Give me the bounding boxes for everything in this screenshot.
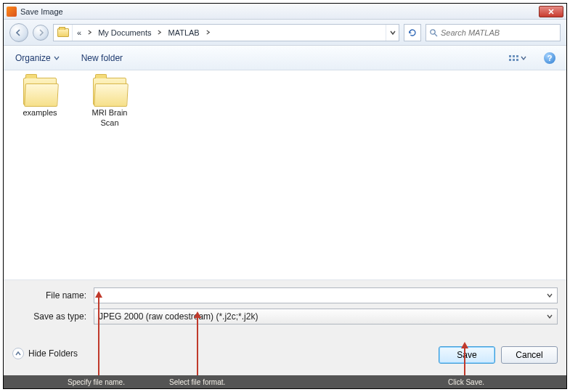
folder-item[interactable]: examples	[14, 78, 66, 128]
forward-button[interactable]	[33, 25, 49, 41]
filename-input[interactable]	[94, 287, 558, 303]
bottom-panel: File name: Save as type: JPEG 2000 (raw …	[4, 279, 566, 388]
breadcrumb-bar[interactable]: « My Documents MATLAB	[53, 24, 399, 41]
view-options-button[interactable]	[508, 50, 527, 66]
hide-folders-label: Hide Folders	[28, 348, 78, 359]
chevron-right-icon[interactable]	[155, 25, 163, 41]
back-button[interactable]	[9, 23, 28, 42]
search-icon	[429, 28, 438, 37]
window-title: Save Image	[20, 7, 539, 16]
annotation-label: Select file format.	[169, 378, 225, 386]
chevron-right-icon[interactable]	[86, 25, 94, 41]
organize-label: Organize	[15, 53, 51, 63]
chevron-down-icon	[54, 55, 60, 61]
save-button[interactable]: Save	[439, 346, 495, 364]
folder-icon	[54, 25, 73, 41]
file-label: MRI Brain Scan	[92, 108, 128, 128]
cancel-button[interactable]: Cancel	[501, 346, 558, 364]
file-list-area[interactable]: examples MRI Brain Scan	[4, 70, 566, 279]
annotation-arrow	[464, 348, 465, 375]
annotation-label: Specify file name.	[68, 378, 125, 386]
annotation-arrow	[98, 297, 99, 375]
breadcrumb-my-documents[interactable]: My Documents	[94, 25, 155, 41]
breadcrumb-dropdown-icon[interactable]	[386, 25, 399, 41]
chevron-up-icon	[12, 348, 24, 359]
matlab-icon	[7, 7, 17, 17]
annotation-bar: Specify file name. Select file format. C…	[4, 375, 566, 388]
hide-folders-button[interactable]: Hide Folders	[12, 348, 78, 359]
filename-label: File name:	[12, 290, 94, 301]
saveastype-label: Save as type:	[12, 311, 94, 322]
new-folder-button[interactable]: New folder	[77, 50, 127, 66]
folder-icon	[93, 78, 126, 105]
close-button[interactable]	[539, 6, 563, 17]
help-button[interactable]: ?	[540, 50, 559, 66]
saveastype-select[interactable]: JPEG 2000 (raw codestream) (*.j2c;*.j2k)	[94, 309, 558, 324]
saveastype-value: JPEG 2000 (raw codestream) (*.j2c;*.j2k)	[99, 311, 258, 322]
annotation-label: Click Save.	[448, 378, 484, 386]
organize-button[interactable]: Organize	[11, 50, 64, 66]
chevron-down-icon[interactable]	[544, 311, 555, 322]
annotation-arrow	[197, 317, 198, 375]
grid-icon	[509, 55, 518, 61]
folder-icon	[23, 78, 57, 105]
file-label: examples	[23, 108, 57, 118]
chevron-right-icon[interactable]	[204, 25, 212, 41]
new-folder-label: New folder	[81, 53, 123, 63]
chevron-down-icon	[521, 55, 526, 61]
search-input[interactable]	[441, 28, 557, 37]
folder-item[interactable]: MRI Brain Scan	[84, 78, 136, 128]
chevron-down-icon[interactable]	[544, 290, 555, 301]
help-icon: ?	[544, 52, 555, 64]
refresh-button[interactable]	[404, 24, 421, 41]
toolbar: Organize New folder ?	[4, 46, 566, 70]
search-box[interactable]	[426, 24, 561, 41]
svg-point-0	[431, 29, 435, 33]
breadcrumb-prefix[interactable]: «	[73, 25, 86, 41]
breadcrumb-matlab[interactable]: MATLAB	[163, 25, 203, 41]
title-bar: Save Image	[4, 4, 566, 20]
navigation-bar: « My Documents MATLAB	[4, 20, 566, 46]
